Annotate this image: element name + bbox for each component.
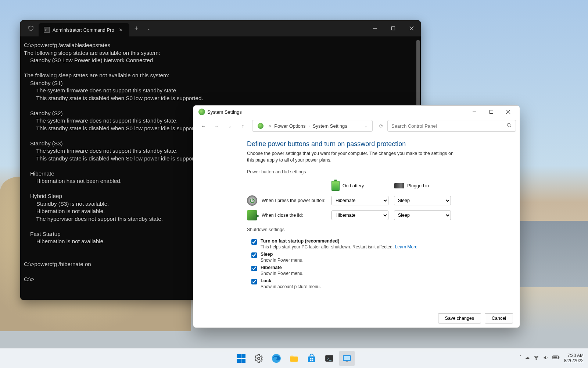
shutdown-checkbox[interactable] bbox=[251, 239, 257, 245]
shutdown-settings-list: Turn on fast startup (recommended)This h… bbox=[247, 238, 501, 289]
nav-recent-chevron-icon[interactable]: ⌄ bbox=[223, 120, 236, 132]
shutdown-item-title: Sleep bbox=[261, 252, 304, 257]
power-button-plugged-select[interactable]: Sleep bbox=[394, 196, 451, 205]
power-plan-icon bbox=[258, 123, 263, 129]
shutdown-item-title: Hibernate bbox=[261, 265, 304, 270]
search-input[interactable] bbox=[391, 123, 503, 129]
tray-volume-icon[interactable] bbox=[543, 355, 549, 362]
close-button[interactable] bbox=[500, 106, 517, 117]
svg-rect-1 bbox=[392, 27, 395, 30]
shutdown-item-desc: This helps start your PC faster after sh… bbox=[261, 244, 417, 250]
svg-rect-5 bbox=[490, 110, 493, 114]
nav-back-icon[interactable]: ← bbox=[197, 120, 209, 132]
shutdown-item-title: Lock bbox=[261, 278, 321, 283]
section-label-shutdown: Shutdown settings bbox=[247, 227, 501, 234]
settings-navbar: ← → ⌄ ↑ « Power Options › System Setting… bbox=[193, 118, 520, 134]
breadcrumb-item[interactable]: System Settings bbox=[313, 123, 347, 129]
svg-rect-26 bbox=[559, 357, 559, 358]
refresh-icon[interactable]: ⟳ bbox=[376, 120, 387, 132]
shutdown-item: Turn on fast startup (recommended)This h… bbox=[251, 238, 501, 250]
svg-rect-21 bbox=[344, 356, 350, 360]
settings-window: System Settings ← → ⌄ ↑ « Power Options … bbox=[193, 105, 520, 328]
svg-point-8 bbox=[507, 123, 510, 126]
taskbar-terminal-icon[interactable]: >_ bbox=[322, 351, 337, 366]
new-tab-button[interactable]: + bbox=[129, 25, 144, 32]
save-changes-button[interactable]: Save changes bbox=[438, 313, 481, 323]
lid-battery-select[interactable]: Hibernate bbox=[331, 210, 388, 220]
tab-close-button[interactable]: ✕ bbox=[117, 26, 124, 33]
battery-icon bbox=[331, 181, 340, 191]
address-bar[interactable]: « Power Options › System Settings ⌄ bbox=[252, 120, 373, 132]
svg-rect-13 bbox=[308, 356, 315, 362]
terminal-titlebar[interactable]: >_ Administrator: Command Pro ✕ + ⌄ bbox=[20, 20, 421, 36]
shutdown-checkbox[interactable] bbox=[251, 279, 257, 284]
shutdown-item: HibernateShow in Power menu. bbox=[251, 265, 501, 276]
settings-window-title: System Settings bbox=[207, 109, 242, 115]
search-icon[interactable] bbox=[506, 123, 512, 129]
page-subtext: Choose the power settings that you want … bbox=[247, 150, 460, 163]
row-label-text: When I close the lid: bbox=[262, 213, 303, 218]
taskbar-explorer-icon[interactable] bbox=[286, 351, 302, 366]
minimize-button[interactable] bbox=[466, 106, 483, 117]
row-power-button: When I press the power button: bbox=[247, 195, 331, 206]
svg-rect-25 bbox=[553, 356, 557, 358]
maximize-button[interactable] bbox=[384, 20, 402, 36]
chevron-right-icon: › bbox=[309, 124, 310, 128]
svg-text:>_: >_ bbox=[327, 356, 332, 361]
svg-line-9 bbox=[510, 126, 511, 127]
search-box[interactable] bbox=[387, 120, 516, 132]
column-on-battery: On battery bbox=[331, 181, 394, 191]
tray-wifi-icon[interactable] bbox=[533, 355, 539, 362]
power-button-battery-select[interactable]: Hibernate bbox=[331, 196, 388, 205]
taskbar-store-icon[interactable] bbox=[304, 351, 319, 366]
nav-up-icon[interactable]: ↑ bbox=[237, 120, 249, 132]
taskbar-edge-icon[interactable] bbox=[269, 351, 284, 366]
tab-menu-chevron-icon[interactable]: ⌄ bbox=[143, 26, 154, 31]
row-close-lid: When I close the lid: bbox=[247, 210, 331, 220]
shutdown-checkbox[interactable] bbox=[251, 252, 257, 258]
minimize-button[interactable] bbox=[366, 20, 384, 36]
close-button[interactable] bbox=[402, 20, 421, 36]
page-heading: Define power buttons and turn on passwor… bbox=[247, 140, 501, 148]
lid-icon bbox=[247, 210, 257, 220]
maximize-button[interactable] bbox=[483, 106, 500, 117]
learn-more-link[interactable]: Learn More bbox=[395, 244, 417, 250]
taskbar-control-panel-icon[interactable] bbox=[339, 351, 355, 366]
terminal-tab[interactable]: >_ Administrator: Command Pro ✕ bbox=[39, 23, 129, 36]
taskbar[interactable]: >_ ˄ ☁ 7:20 AM 8/26/2022 bbox=[0, 348, 588, 368]
svg-rect-17 bbox=[312, 360, 313, 361]
tab-title: Administrator: Command Pro bbox=[53, 27, 114, 33]
svg-rect-16 bbox=[310, 360, 312, 361]
shutdown-item: SleepShow in Power menu. bbox=[251, 252, 501, 263]
svg-point-23 bbox=[536, 359, 537, 360]
tray-battery-icon[interactable] bbox=[552, 355, 560, 362]
svg-rect-14 bbox=[310, 358, 312, 359]
power-plan-icon bbox=[198, 109, 205, 115]
taskbar-center: >_ bbox=[233, 351, 355, 366]
column-label: Plugged in bbox=[407, 183, 429, 188]
plug-icon bbox=[394, 183, 404, 188]
nav-forward-icon: → bbox=[210, 120, 223, 132]
column-plugged-in: Plugged in bbox=[394, 183, 456, 188]
svg-rect-15 bbox=[312, 358, 313, 359]
shutdown-item-desc: Show in Power menu. bbox=[261, 258, 304, 263]
shutdown-item-title: Turn on fast startup (recommended) bbox=[261, 238, 417, 244]
system-tray[interactable]: ˄ ☁ 7:20 AM 8/26/2022 bbox=[519, 348, 585, 368]
power-grid: On battery Plugged in When I press the p… bbox=[247, 181, 501, 220]
breadcrumb-pre: « bbox=[269, 123, 271, 129]
lid-plugged-select[interactable]: Sleep bbox=[394, 210, 451, 220]
breadcrumb-item[interactable]: Power Options bbox=[274, 123, 305, 129]
taskbar-settings-icon[interactable] bbox=[251, 351, 266, 366]
settings-titlebar[interactable]: System Settings bbox=[193, 106, 520, 118]
taskbar-clock[interactable]: 7:20 AM 8/26/2022 bbox=[564, 353, 585, 364]
settings-footer: Save changes Cancel bbox=[193, 309, 520, 328]
shutdown-item-desc: Show in Power menu. bbox=[261, 271, 304, 276]
tray-chevron-up-icon[interactable]: ˄ bbox=[519, 355, 521, 362]
start-button[interactable] bbox=[233, 351, 249, 366]
cancel-button[interactable]: Cancel bbox=[485, 313, 513, 323]
tray-onedrive-icon[interactable]: ☁ bbox=[525, 355, 530, 362]
shutdown-item-desc: Show in account picture menu. bbox=[261, 284, 321, 289]
address-history-chevron-icon[interactable]: ⌄ bbox=[362, 123, 369, 130]
shutdown-checkbox[interactable] bbox=[251, 266, 257, 271]
date-text: 8/26/2022 bbox=[564, 358, 584, 363]
